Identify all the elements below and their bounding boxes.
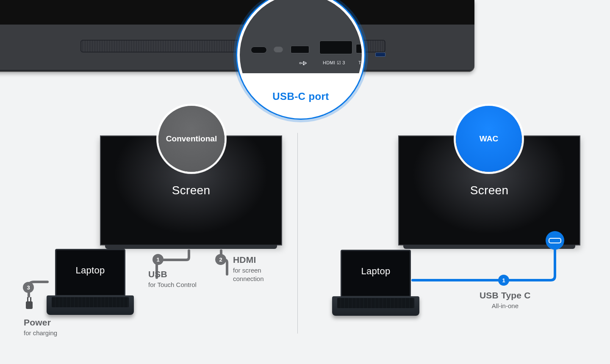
- label-power: Power for charging: [24, 317, 57, 337]
- usb-c-plug-icon: [546, 231, 564, 250]
- label-usbc-title: USB Type C: [480, 290, 531, 301]
- wac-panel: WAC Screen 1 USB Type C All-in-one Lapto…: [299, 105, 610, 364]
- laptop-conventional: Laptop: [47, 249, 134, 315]
- step-2-badge: 2: [215, 254, 226, 265]
- label-usb-sub: for Touch Control: [148, 281, 197, 288]
- laptop-label: Laptop: [47, 265, 134, 276]
- label-hdmi: HDMI for screen connection: [233, 254, 264, 283]
- divider: [297, 133, 298, 334]
- zoom-port-edge-label: TC: [358, 60, 364, 65]
- zoom-btn-long: [251, 47, 267, 53]
- label-hdmi-sub: for screen connection: [233, 267, 264, 282]
- zoom-port-edge: [356, 44, 363, 53]
- zoom-btn-short: [274, 47, 283, 52]
- cable-power: [0, 105, 297, 342]
- label-usbc: USB Type C All-in-one: [480, 290, 531, 310]
- plug-icon: [26, 297, 33, 309]
- svg-point-0: [299, 62, 301, 64]
- laptop-wac: Laptop: [332, 250, 419, 316]
- badge-conventional: Conventional: [158, 106, 225, 172]
- label-power-title: Power: [24, 317, 57, 328]
- step-1-badge: 1: [498, 275, 509, 286]
- step-1-badge: 1: [152, 254, 164, 265]
- zoom-port-hdmi-label: HDMI ☑ 3: [323, 60, 345, 66]
- laptop-label: Laptop: [332, 266, 419, 277]
- svg-rect-2: [303, 64, 304, 65]
- label-usb: USB for Touch Control: [148, 268, 197, 289]
- zoom-caption: USB-C port: [240, 91, 362, 102]
- label-power-sub: for charging: [24, 329, 57, 336]
- port-usb-a-2: [375, 52, 385, 57]
- zoom-port-hdmi: [319, 41, 352, 54]
- label-usbc-sub: All-in-one: [492, 302, 518, 309]
- conventional-panel: Conventional Screen 1 2 3 USB for Touch …: [0, 105, 297, 364]
- badge-wac: WAC: [456, 106, 522, 172]
- svg-point-1: [303, 61, 304, 62]
- label-hdmi-title: HDMI: [233, 254, 264, 265]
- zoom-port-usb-c: [291, 46, 309, 53]
- usb-icon: [299, 61, 308, 65]
- zoom-circle: HDMI ☑ 3 TC USB-C port: [237, 0, 364, 119]
- label-usb-title: USB: [148, 268, 197, 280]
- step-3-badge: 3: [23, 282, 34, 293]
